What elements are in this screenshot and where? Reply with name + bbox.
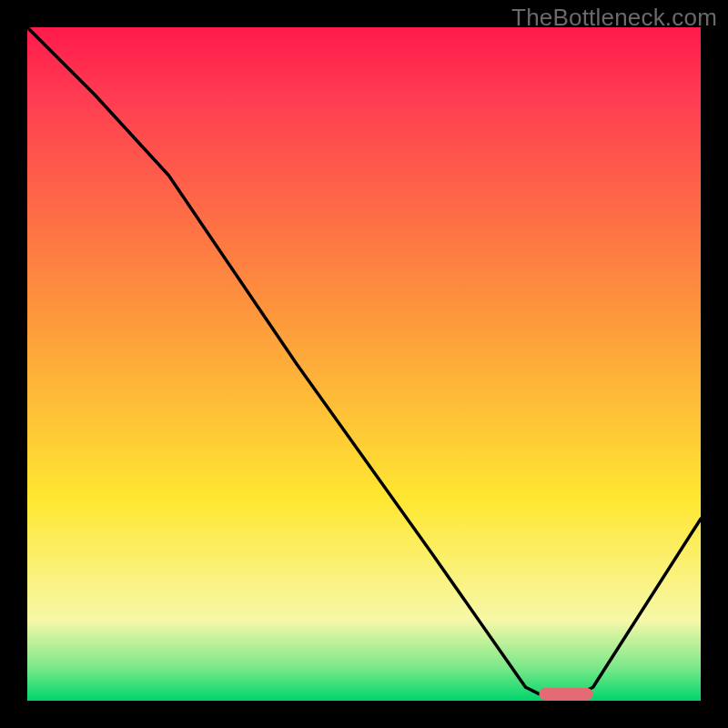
chart-frame: TheBottleneck.com xyxy=(0,0,728,728)
plot-svg xyxy=(27,27,701,701)
plot-area xyxy=(27,27,701,701)
optimal-range-marker xyxy=(539,688,592,700)
gradient-background xyxy=(27,27,701,701)
